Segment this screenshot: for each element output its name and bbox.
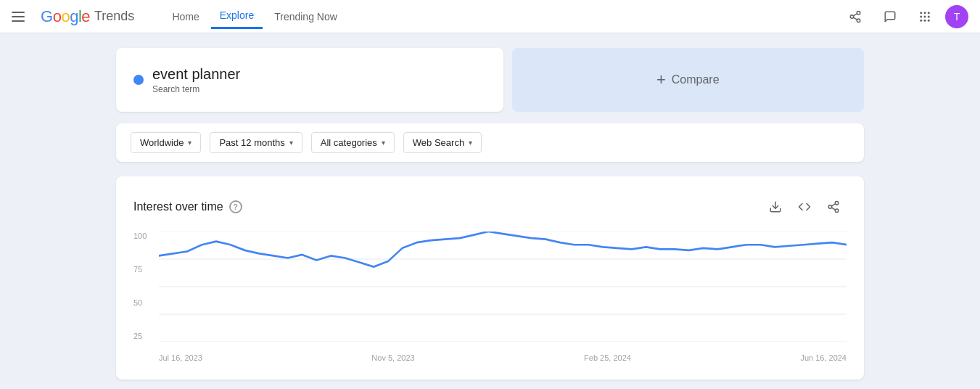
time-filter-arrow: ▾ bbox=[289, 139, 293, 147]
term-dot bbox=[133, 75, 144, 85]
type-filter[interactable]: Web Search ▾ bbox=[403, 132, 482, 153]
type-filter-arrow: ▾ bbox=[469, 139, 472, 147]
svg-point-12 bbox=[924, 19, 926, 21]
search-term: event planner bbox=[152, 66, 240, 83]
svg-point-13 bbox=[928, 19, 930, 21]
svg-point-10 bbox=[928, 15, 930, 17]
y-label-100: 100 bbox=[133, 232, 147, 240]
nav-trending[interactable]: Trending Now bbox=[265, 5, 346, 28]
time-filter[interactable]: Past 12 months ▾ bbox=[210, 132, 302, 153]
google-wordmark: Google bbox=[41, 7, 90, 26]
help-icon[interactable]: ? bbox=[229, 200, 242, 213]
svg-point-6 bbox=[924, 12, 926, 14]
interest-over-time-card: Interest over time ? bbox=[116, 176, 864, 380]
term-type-label: Search term bbox=[152, 84, 240, 94]
header-left: Google Trends Home Explore Trending Now bbox=[12, 4, 346, 29]
feedback-icon[interactable] bbox=[876, 2, 905, 31]
share-chart-button[interactable] bbox=[820, 194, 847, 220]
chart-svg-area bbox=[159, 232, 847, 342]
nav-explore[interactable]: Explore bbox=[211, 4, 263, 29]
svg-line-4 bbox=[853, 13, 857, 15]
region-filter-label: Worldwide bbox=[140, 137, 184, 148]
search-area: event planner Search term + Compare bbox=[116, 48, 864, 112]
category-filter[interactable]: All categories ▾ bbox=[311, 132, 395, 153]
chart-x-labels: Jul 16, 2023 Nov 5, 2023 Feb 25, 2024 Ju… bbox=[159, 353, 847, 362]
user-avatar[interactable]: T bbox=[945, 5, 968, 28]
y-label-75: 75 bbox=[133, 265, 147, 274]
x-label-feb: Feb 25, 2024 bbox=[584, 353, 631, 362]
apps-icon[interactable] bbox=[910, 2, 939, 31]
region-filter[interactable]: Worldwide ▾ bbox=[131, 132, 201, 153]
category-filter-label: All categories bbox=[321, 137, 377, 148]
nav-home[interactable]: Home bbox=[163, 5, 207, 28]
search-term-card: event planner Search term bbox=[116, 48, 503, 112]
share-icon[interactable] bbox=[841, 2, 870, 31]
y-label-50: 50 bbox=[133, 298, 147, 307]
menu-icon[interactable] bbox=[12, 8, 29, 25]
y-label-25: 25 bbox=[133, 332, 147, 340]
svg-line-3 bbox=[853, 17, 857, 20]
download-button[interactable] bbox=[762, 194, 788, 220]
chart-container: 100 75 50 25 Jul 16, 2023 bbox=[133, 232, 847, 362]
term-info: event planner Search term bbox=[152, 66, 240, 94]
compare-label: Compare bbox=[672, 73, 720, 86]
time-filter-label: Past 12 months bbox=[219, 137, 284, 148]
x-label-jul: Jul 16, 2023 bbox=[159, 353, 202, 362]
category-filter-arrow: ▾ bbox=[382, 139, 385, 147]
svg-point-5 bbox=[920, 12, 922, 14]
filters-bar: Worldwide ▾ Past 12 months ▾ All categor… bbox=[116, 123, 864, 162]
main-nav: Home Explore Trending Now bbox=[163, 4, 345, 29]
chart-actions bbox=[762, 194, 847, 220]
compare-plus-icon: + bbox=[656, 70, 666, 89]
type-filter-label: Web Search bbox=[413, 137, 464, 148]
embed-button[interactable] bbox=[791, 194, 818, 220]
region-filter-arrow: ▾ bbox=[188, 139, 192, 147]
app-header: Google Trends Home Explore Trending Now bbox=[0, 0, 980, 33]
x-label-jun: Jun 16, 2024 bbox=[800, 353, 847, 362]
logo: Google Trends bbox=[41, 7, 134, 26]
x-label-nov: Nov 5, 2023 bbox=[371, 353, 414, 362]
header-right: T bbox=[841, 2, 968, 31]
svg-point-9 bbox=[924, 15, 926, 17]
svg-point-8 bbox=[920, 15, 922, 17]
trends-wordmark: Trends bbox=[94, 9, 134, 24]
chart-title: Interest over time bbox=[133, 200, 223, 213]
svg-line-18 bbox=[831, 208, 835, 210]
chart-header: Interest over time ? bbox=[133, 194, 847, 220]
svg-point-11 bbox=[920, 19, 922, 21]
compare-card[interactable]: + Compare bbox=[512, 48, 865, 112]
chart-title-area: Interest over time ? bbox=[133, 200, 242, 213]
svg-point-7 bbox=[928, 12, 930, 14]
main-content: event planner Search term + Compare Worl… bbox=[0, 33, 980, 389]
chart-y-labels: 100 75 50 25 bbox=[133, 232, 147, 340]
svg-line-19 bbox=[831, 204, 835, 206]
